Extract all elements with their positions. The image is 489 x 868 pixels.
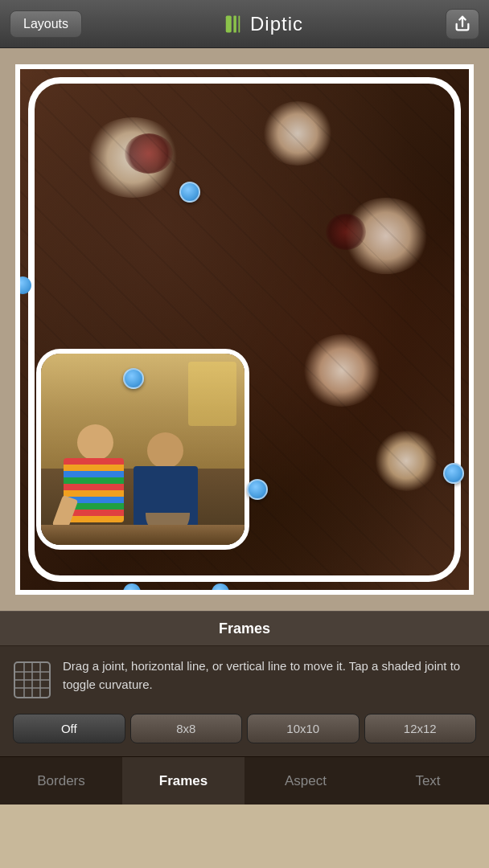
app-name-text: Diptic — [250, 13, 303, 35]
grid-off-button[interactable]: Off — [13, 714, 125, 743]
collage-frame[interactable] — [15, 64, 474, 595]
grid-icon — [13, 661, 51, 699]
tab-aspect[interactable]: Aspect — [244, 757, 367, 805]
grid-buttons-row: Off 8x8 10x10 12x12 — [0, 707, 489, 756]
canvas-area — [0, 48, 489, 611]
app-header: Layouts Diptic — [0, 0, 489, 48]
bottom-section: Frames Drag a joint, horizontal line, or… — [0, 611, 489, 756]
tab-borders[interactable]: Borders — [0, 757, 122, 805]
grid-8x8-button[interactable]: 8x8 — [130, 714, 243, 743]
tab-text[interactable]: Text — [367, 757, 489, 805]
tab-aspect-label: Aspect — [285, 773, 327, 789]
svg-rect-0 — [226, 15, 232, 32]
tab-frames-label: Frames — [159, 773, 208, 789]
instructions-text: Drag a joint, horizontal line, or vertic… — [63, 657, 476, 694]
joint-dot-midleft[interactable] — [123, 368, 144, 389]
tab-bar: Borders Frames Aspect Text — [0, 756, 489, 805]
svg-rect-2 — [239, 15, 240, 32]
joint-dot-right[interactable] — [443, 463, 464, 484]
grid-10x10-button[interactable]: 10x10 — [247, 714, 360, 743]
share-button[interactable] — [446, 9, 479, 39]
svg-rect-1 — [233, 15, 236, 32]
grid-12x12-button[interactable]: 12x12 — [364, 714, 477, 743]
app-title: Diptic — [224, 13, 303, 35]
tab-frames[interactable]: Frames — [122, 757, 244, 805]
layouts-button[interactable]: Layouts — [10, 10, 82, 38]
instructions-area: Drag a joint, horizontal line, or vertic… — [0, 646, 489, 707]
frames-header: Frames — [0, 611, 489, 646]
tab-text-label: Text — [415, 773, 440, 789]
frames-title: Frames — [219, 620, 270, 637]
joint-dot-top[interactable] — [179, 182, 200, 203]
tab-borders-label: Borders — [37, 773, 85, 789]
joint-dot-midcenter[interactable] — [247, 479, 268, 500]
app-logo — [224, 13, 247, 35]
